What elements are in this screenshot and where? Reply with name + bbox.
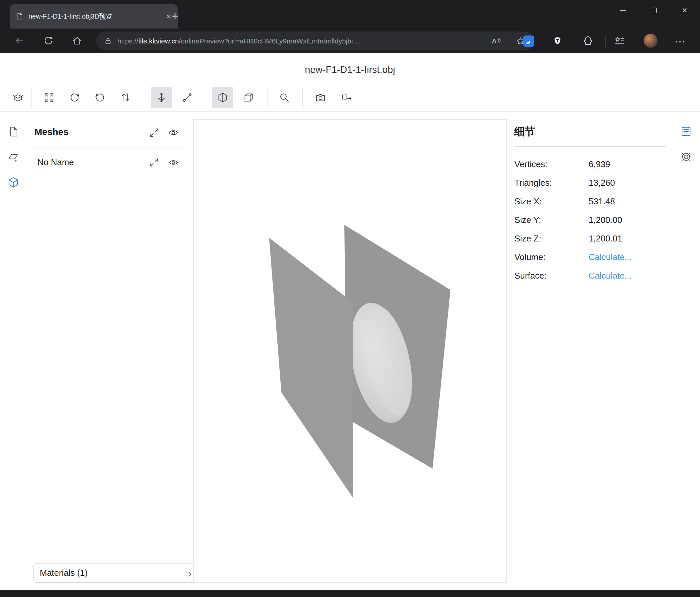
url-path: /onlinePreview?url=aHR0cHM6Ly9maWxlLmtrd… bbox=[179, 37, 360, 45]
sound-waves-icon bbox=[498, 37, 501, 44]
fit-view-button[interactable] bbox=[39, 87, 60, 108]
mesh-item-visibility-button[interactable] bbox=[168, 157, 179, 168]
calculate-volume-link[interactable]: Calculate... bbox=[589, 252, 632, 262]
row-label: Size Z: bbox=[515, 234, 541, 244]
camera-icon bbox=[315, 92, 326, 103]
row-label: Triangles: bbox=[515, 178, 552, 188]
extension-shield-button[interactable] bbox=[550, 34, 565, 48]
toolbar-separator bbox=[205, 88, 205, 108]
page-title: new-F1-D1-1-first.obj bbox=[0, 64, 700, 75]
measure-tool-button[interactable] bbox=[274, 87, 295, 108]
meshes-fit-button[interactable] bbox=[149, 127, 160, 138]
materials-button-label: Materials (1) bbox=[40, 568, 88, 578]
calculate-surface-link[interactable]: Calculate... bbox=[589, 271, 632, 281]
toolbar-separator bbox=[302, 88, 303, 108]
details-panel-toggle-button[interactable] bbox=[680, 125, 692, 137]
favorites-hub-icon bbox=[614, 36, 625, 46]
new-tab-button[interactable]: + bbox=[167, 9, 183, 24]
tab-page-icon bbox=[17, 13, 23, 21]
read-aloud-letter: A bbox=[492, 37, 497, 45]
favorites-hub-button[interactable] bbox=[612, 34, 627, 48]
mesh-item-fit-button[interactable] bbox=[149, 157, 160, 168]
rail-file-button[interactable] bbox=[7, 126, 19, 138]
measure-line-button[interactable] bbox=[177, 87, 198, 108]
address-bar-actions: A bbox=[492, 37, 525, 45]
details-row-triangles: Triangles: 13,260 bbox=[515, 173, 667, 192]
row-label: Volume: bbox=[515, 252, 546, 262]
url-scheme: https:// bbox=[117, 37, 138, 45]
back-button[interactable] bbox=[14, 35, 25, 46]
model-render bbox=[194, 120, 506, 582]
flip-vertical-button[interactable] bbox=[115, 87, 136, 108]
details-header-divider bbox=[515, 146, 666, 147]
row-label: Size Y: bbox=[515, 215, 541, 225]
window-controls: × bbox=[607, 0, 700, 21]
export-model-button[interactable] bbox=[336, 87, 357, 108]
expand-icon bbox=[149, 127, 159, 138]
gear-icon bbox=[680, 151, 692, 163]
row-value: 13,260 bbox=[589, 178, 615, 188]
orthographic-view-button[interactable] bbox=[238, 87, 259, 108]
profile-avatar[interactable] bbox=[644, 34, 657, 48]
home-button[interactable] bbox=[72, 35, 83, 46]
row-label: Vertices: bbox=[515, 159, 548, 169]
rotate-right-button[interactable] bbox=[90, 87, 111, 108]
maximize-icon bbox=[651, 8, 656, 13]
browser-menu-button[interactable]: ⋯ bbox=[673, 34, 688, 48]
minimize-icon bbox=[620, 10, 626, 10]
screenshot-button[interactable] bbox=[310, 87, 331, 108]
bird-swoosh-icon bbox=[525, 38, 532, 45]
url-text: https://file.kkview.cn/onlinePreview?url… bbox=[117, 37, 360, 45]
back-icon bbox=[14, 35, 25, 46]
browser-tab[interactable]: new-F1-D1-1-first.obj3D预览 × bbox=[10, 4, 178, 28]
rail-materials-button[interactable] bbox=[7, 151, 19, 163]
move-axis-button[interactable] bbox=[151, 87, 172, 108]
row-label: Size X: bbox=[515, 196, 542, 207]
maximize-button[interactable] bbox=[639, 0, 669, 21]
settings-button[interactable] bbox=[680, 151, 692, 163]
toolbar-separator bbox=[267, 88, 268, 108]
extension-blue-button[interactable] bbox=[521, 34, 536, 48]
materials-icon bbox=[8, 151, 19, 163]
browser-chrome: new-F1-D1-1-first.obj3D预览 × + × bbox=[0, 0, 700, 53]
materials-button[interactable]: Materials (1) › bbox=[33, 563, 197, 583]
row-value: 531.48 bbox=[589, 196, 615, 207]
open-model-button[interactable] bbox=[7, 87, 28, 108]
details-row-surface: Surface: Calculate... bbox=[515, 266, 667, 285]
materials-divider bbox=[33, 556, 188, 556]
extensions-button[interactable] bbox=[580, 34, 595, 48]
refresh-icon bbox=[43, 35, 54, 46]
read-aloud-button[interactable]: A bbox=[492, 37, 501, 45]
rail-meshes-button[interactable] bbox=[7, 176, 19, 188]
export-arrow-icon bbox=[341, 92, 352, 103]
browser-window: new-F1-D1-1-first.obj3D预览 × + × bbox=[0, 0, 700, 597]
tab-title: new-F1-D1-1-first.obj3D预览 bbox=[28, 12, 161, 21]
cube-3d-icon bbox=[8, 177, 19, 188]
magnifier-icon bbox=[279, 92, 290, 103]
row-value: 6,939 bbox=[589, 159, 610, 169]
rotate-left-button[interactable] bbox=[64, 87, 85, 108]
up-down-arrows-icon bbox=[120, 92, 131, 103]
mesh-item-name[interactable]: No Name bbox=[38, 157, 74, 167]
home-icon bbox=[72, 35, 82, 46]
row-value: 1,200.01 bbox=[589, 234, 622, 244]
model-viewport[interactable] bbox=[193, 119, 507, 583]
row-value: 1,200.00 bbox=[589, 215, 622, 225]
details-row-size-z: Size Z: 1,200.01 bbox=[515, 229, 667, 247]
details-panel-header: 细节 bbox=[515, 125, 535, 139]
toolbar-separator bbox=[31, 88, 32, 108]
address-bar[interactable]: https://file.kkview.cn/onlinePreview?url… bbox=[96, 31, 534, 50]
refresh-button[interactable] bbox=[43, 35, 54, 46]
viewer-toolbar bbox=[0, 83, 700, 112]
rotate-right-icon bbox=[95, 92, 106, 103]
close-icon: × bbox=[682, 6, 688, 15]
extension-blue-icon bbox=[523, 35, 534, 47]
meshes-visibility-button[interactable] bbox=[168, 127, 179, 138]
lock-icon bbox=[104, 37, 112, 45]
perspective-view-button[interactable] bbox=[212, 87, 233, 108]
details-row-vertices: Vertices: 6,939 bbox=[515, 154, 667, 173]
close-button[interactable]: × bbox=[669, 0, 700, 21]
url-host: file.kkview.cn bbox=[138, 37, 179, 45]
minimize-button[interactable] bbox=[607, 0, 639, 21]
open-box-icon bbox=[12, 92, 24, 103]
